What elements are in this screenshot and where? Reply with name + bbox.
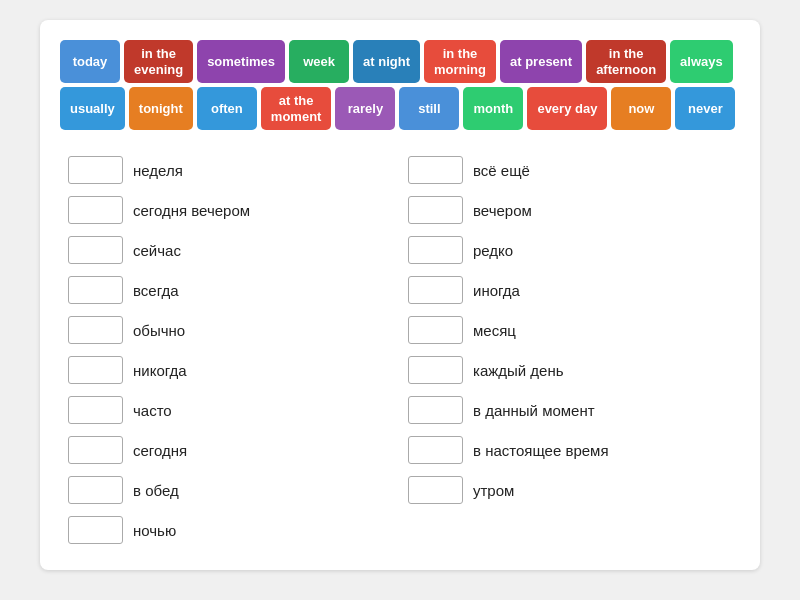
left-input-box-2[interactable] bbox=[68, 236, 123, 264]
word-tile-12[interactable]: at the moment bbox=[261, 87, 332, 130]
right-label-8: утром bbox=[473, 482, 514, 499]
word-bank: todayin the eveningsometimesweekat night… bbox=[60, 40, 740, 130]
left-match-row-7: сегодня bbox=[60, 430, 400, 470]
right-column: всё ещёвечеромредкоиногдамесяцкаждый ден… bbox=[400, 150, 740, 550]
word-tile-13[interactable]: rarely bbox=[335, 87, 395, 130]
left-match-row-0: неделя bbox=[60, 150, 400, 190]
right-input-box-5[interactable] bbox=[408, 356, 463, 384]
word-tile-15[interactable]: month bbox=[463, 87, 523, 130]
left-match-row-6: часто bbox=[60, 390, 400, 430]
word-tile-5[interactable]: in the morning bbox=[424, 40, 496, 83]
right-match-row-5: каждый день bbox=[400, 350, 740, 390]
left-label-4: обычно bbox=[133, 322, 185, 339]
left-label-1: сегодня вечером bbox=[133, 202, 250, 219]
left-match-row-4: обычно bbox=[60, 310, 400, 350]
right-match-row-8: утром bbox=[400, 470, 740, 510]
word-tile-14[interactable]: still bbox=[399, 87, 459, 130]
left-input-box-9[interactable] bbox=[68, 516, 123, 544]
left-match-row-5: никогда bbox=[60, 350, 400, 390]
right-input-box-3[interactable] bbox=[408, 276, 463, 304]
right-input-box-8[interactable] bbox=[408, 476, 463, 504]
right-match-row-2: редко bbox=[400, 230, 740, 270]
left-match-row-1: сегодня вечером bbox=[60, 190, 400, 230]
word-tile-17[interactable]: now bbox=[611, 87, 671, 130]
left-label-0: неделя bbox=[133, 162, 183, 179]
left-input-box-5[interactable] bbox=[68, 356, 123, 384]
right-label-7: в настоящее время bbox=[473, 442, 609, 459]
right-match-row-4: месяц bbox=[400, 310, 740, 350]
right-match-row-0: всё ещё bbox=[400, 150, 740, 190]
left-label-5: никогда bbox=[133, 362, 187, 379]
right-label-4: месяц bbox=[473, 322, 516, 339]
word-tile-3[interactable]: week bbox=[289, 40, 349, 83]
left-input-box-3[interactable] bbox=[68, 276, 123, 304]
word-tile-2[interactable]: sometimes bbox=[197, 40, 285, 83]
word-tile-9[interactable]: usually bbox=[60, 87, 125, 130]
word-tile-16[interactable]: every day bbox=[527, 87, 607, 130]
word-tile-7[interactable]: in the afternoon bbox=[586, 40, 666, 83]
right-label-5: каждый день bbox=[473, 362, 564, 379]
left-column: неделясегодня вечеромсейчасвсегдаобычнон… bbox=[60, 150, 400, 550]
matching-section: неделясегодня вечеромсейчасвсегдаобычнон… bbox=[60, 150, 740, 550]
left-label-9: ночью bbox=[133, 522, 176, 539]
left-input-box-1[interactable] bbox=[68, 196, 123, 224]
right-match-row-6: в данный момент bbox=[400, 390, 740, 430]
right-label-6: в данный момент bbox=[473, 402, 595, 419]
word-tile-6[interactable]: at present bbox=[500, 40, 582, 83]
left-input-box-0[interactable] bbox=[68, 156, 123, 184]
left-label-8: в обед bbox=[133, 482, 179, 499]
word-tile-4[interactable]: at night bbox=[353, 40, 420, 83]
right-label-1: вечером bbox=[473, 202, 532, 219]
left-match-row-3: всегда bbox=[60, 270, 400, 310]
left-match-row-2: сейчас bbox=[60, 230, 400, 270]
left-label-7: сегодня bbox=[133, 442, 187, 459]
word-tile-8[interactable]: always bbox=[670, 40, 733, 83]
main-container: todayin the eveningsometimesweekat night… bbox=[40, 20, 760, 570]
right-label-2: редко bbox=[473, 242, 513, 259]
left-input-box-8[interactable] bbox=[68, 476, 123, 504]
right-input-box-2[interactable] bbox=[408, 236, 463, 264]
right-input-box-0[interactable] bbox=[408, 156, 463, 184]
right-match-row-3: иногда bbox=[400, 270, 740, 310]
left-match-row-8: в обед bbox=[60, 470, 400, 510]
word-tile-18[interactable]: never bbox=[675, 87, 735, 130]
left-label-3: всегда bbox=[133, 282, 179, 299]
left-label-6: часто bbox=[133, 402, 172, 419]
word-tile-11[interactable]: often bbox=[197, 87, 257, 130]
left-input-box-6[interactable] bbox=[68, 396, 123, 424]
left-match-row-9: ночью bbox=[60, 510, 400, 550]
word-tile-1[interactable]: in the evening bbox=[124, 40, 193, 83]
right-label-3: иногда bbox=[473, 282, 520, 299]
word-tile-0[interactable]: today bbox=[60, 40, 120, 83]
right-match-row-1: вечером bbox=[400, 190, 740, 230]
right-input-box-6[interactable] bbox=[408, 396, 463, 424]
right-input-box-1[interactable] bbox=[408, 196, 463, 224]
left-label-2: сейчас bbox=[133, 242, 181, 259]
left-input-box-7[interactable] bbox=[68, 436, 123, 464]
word-tile-10[interactable]: tonight bbox=[129, 87, 193, 130]
right-input-box-4[interactable] bbox=[408, 316, 463, 344]
right-input-box-7[interactable] bbox=[408, 436, 463, 464]
right-label-0: всё ещё bbox=[473, 162, 530, 179]
left-input-box-4[interactable] bbox=[68, 316, 123, 344]
right-match-row-7: в настоящее время bbox=[400, 430, 740, 470]
